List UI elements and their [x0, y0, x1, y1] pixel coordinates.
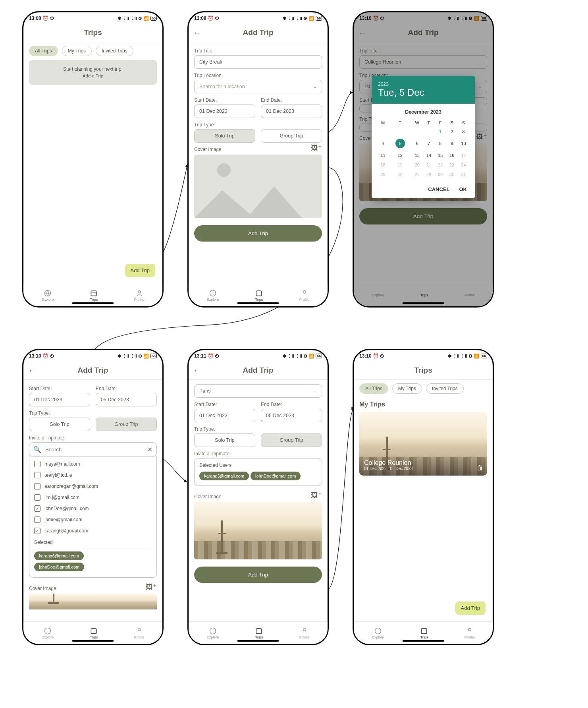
calendar-day[interactable]: 9: [446, 136, 458, 151]
checkbox-icon: ✓: [34, 528, 40, 534]
contact-row[interactable]: ✓karang6@gmail.com: [34, 525, 152, 536]
screen-add-trip-filled: 13:11 ⏰ ⏲ ✱ ⋮ll ⋮ll ⚙ 📶 66 ←Add Trip Par…: [187, 349, 329, 645]
trip-title-input[interactable]: City Break: [194, 55, 322, 69]
checkbox-icon: [34, 494, 40, 501]
delete-trip-button[interactable]: 🗑: [477, 464, 483, 472]
trip-location-select[interactable]: Search for a location ⌄: [194, 80, 322, 93]
calendar-day[interactable]: 20: [411, 160, 423, 170]
add-trip-fab[interactable]: Add Trip: [125, 264, 155, 277]
tab-invited-trips[interactable]: Invited Trips: [96, 46, 133, 56]
back-button[interactable]: ←: [193, 366, 201, 375]
calendar-day[interactable]: 6: [411, 136, 423, 151]
calendar-day[interactable]: 18: [377, 160, 389, 170]
calendar-day[interactable]: 13: [411, 151, 423, 160]
contact-row[interactable]: jim.j@gmail.com: [34, 492, 152, 503]
calendar-day[interactable]: 28: [423, 170, 434, 179]
calendar-day[interactable]: 27: [411, 170, 423, 179]
solo-trip-button[interactable]: Solo Trip: [194, 433, 255, 447]
calendar-day[interactable]: 29: [435, 170, 446, 179]
add-image-icon[interactable]: 🖼⁺: [311, 491, 322, 499]
picker-ok[interactable]: OK: [459, 186, 467, 192]
tab-invited-trips[interactable]: Invited Trips: [426, 383, 464, 394]
add-trip-link[interactable]: Add a Trip: [33, 74, 153, 78]
calendar-day[interactable]: 8: [435, 136, 446, 151]
calendar-day[interactable]: 16: [446, 151, 458, 160]
contact-row[interactable]: jamie@gmail.com: [34, 514, 152, 525]
calendar-day[interactable]: 2: [446, 127, 458, 136]
tab-my-trips[interactable]: My Trips: [62, 46, 92, 56]
solo-trip-button[interactable]: Solo Trip: [194, 129, 255, 143]
label-start-date: Start Date:: [194, 97, 255, 103]
calendar-day[interactable]: 25: [377, 170, 389, 179]
selected-user-pill[interactable]: johnDoe@gmail.com: [34, 563, 84, 571]
trip-card[interactable]: College Reunion 01 Dec 2023 - 05 Dec 202…: [359, 412, 487, 476]
contact-email: jamie@gmail.com: [44, 517, 83, 522]
contact-email: aaronoregan@gmail.com: [44, 484, 98, 489]
calendar-day[interactable]: 19: [389, 160, 411, 170]
start-date-input[interactable]: 01 Dec 2023: [194, 104, 255, 118]
calendar-day[interactable]: 23: [446, 160, 458, 170]
tab-all-trips[interactable]: All Trips: [359, 383, 388, 394]
solo-trip-button[interactable]: Solo Trip: [29, 418, 90, 431]
cover-image-placeholder[interactable]: [194, 155, 322, 218]
invite-search-input[interactable]: [44, 446, 144, 453]
start-date-input[interactable]: 01 Dec 2023: [29, 393, 90, 406]
end-date-input[interactable]: 01 Dec 2023: [261, 104, 322, 118]
back-button[interactable]: ←: [193, 28, 201, 37]
selected-user-pill[interactable]: johnDoe@gmail.com: [251, 472, 301, 480]
group-trip-button[interactable]: Group Trip: [96, 418, 157, 431]
picker-year[interactable]: 2023: [378, 81, 468, 87]
add-image-icon[interactable]: 🖼⁺: [146, 582, 157, 591]
nav-explore[interactable]: Explore: [42, 289, 54, 302]
calendar-day[interactable]: 17: [458, 151, 469, 160]
clear-icon[interactable]: ✕: [147, 446, 152, 453]
my-trips-heading: My Trips: [359, 401, 487, 408]
svg-rect-11: [256, 629, 262, 634]
tab-all-trips[interactable]: All Trips: [29, 46, 58, 56]
calendar-day[interactable]: 10: [458, 136, 469, 151]
group-trip-button[interactable]: Group Trip: [261, 433, 322, 447]
nav-trips[interactable]: Trips: [90, 289, 98, 302]
add-image-icon[interactable]: 🖼⁺: [311, 143, 322, 152]
contact-row[interactable]: ✓johnDoe@gmail.com: [34, 503, 152, 514]
selected-user-pill[interactable]: karang6@gmail.com: [199, 472, 249, 480]
calendar-day[interactable]: 24: [458, 160, 469, 170]
calendar-day[interactable]: 31: [458, 170, 469, 179]
nav-profile[interactable]: Profile: [134, 289, 145, 302]
calendar-day[interactable]: 30: [446, 170, 458, 179]
calendar-day[interactable]: 11: [377, 151, 389, 160]
back-button[interactable]: ←: [28, 366, 36, 375]
calendar-day[interactable]: 1: [435, 127, 446, 136]
nav-profile[interactable]: Profile: [299, 289, 310, 302]
contact-row[interactable]: teefyl@tcd.ie: [34, 470, 152, 481]
calendar-day[interactable]: 12: [389, 151, 411, 160]
add-trip-fab[interactable]: Add Trip: [455, 602, 486, 615]
trip-location-select[interactable]: Paris⌄: [194, 384, 322, 398]
selected-user-pill[interactable]: karang6@gmail.com: [34, 551, 84, 560]
calendar-day[interactable]: 15: [435, 151, 446, 160]
calendar-day[interactable]: 4: [377, 136, 389, 151]
tab-my-trips[interactable]: My Trips: [392, 383, 422, 394]
contact-row[interactable]: maya@mail.com: [34, 458, 152, 470]
nav-explore[interactable]: Explore: [207, 289, 219, 302]
nav-trips[interactable]: Trips: [255, 289, 263, 302]
calendar-day[interactable]: 3: [458, 127, 469, 136]
end-date-input[interactable]: 05 Dec 2023: [261, 409, 322, 422]
group-trip-button[interactable]: Group Trip: [261, 129, 322, 143]
picker-cancel[interactable]: CANCEL: [428, 186, 449, 192]
add-trip-submit[interactable]: Add Trip: [194, 225, 322, 242]
contact-row[interactable]: aaronoregan@gmail.com: [34, 481, 152, 492]
cover-image-preview: [194, 502, 322, 559]
start-date-input[interactable]: 01 Dec 2023: [194, 409, 255, 422]
calendar-day[interactable]: 22: [435, 160, 446, 170]
calendar-day[interactable]: 7: [423, 136, 434, 151]
user-icon: [135, 627, 143, 635]
end-date-input[interactable]: 05 Dec 2023: [96, 393, 157, 406]
calendar-day[interactable]: 21: [423, 160, 434, 170]
calendar-day[interactable]: 14: [423, 151, 434, 160]
invite-search[interactable]: 🔍 ✕: [29, 442, 157, 457]
calendar-day[interactable]: 26: [389, 170, 411, 179]
chevron-down-icon: ⌄: [313, 84, 317, 89]
calendar-day[interactable]: 5: [389, 136, 411, 151]
add-trip-submit[interactable]: Add Trip: [194, 567, 322, 583]
